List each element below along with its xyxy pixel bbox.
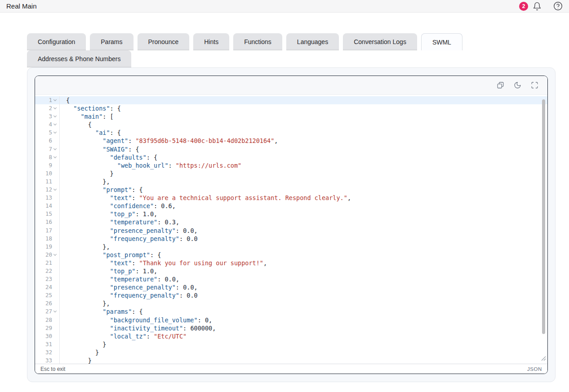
code-line[interactable]: 14 "confidence": 0.6, xyxy=(35,202,547,210)
code-line[interactable]: 32 } xyxy=(35,348,547,356)
esc-hint: Esc to exit xyxy=(40,366,65,372)
code-text: "ai": { xyxy=(60,129,121,137)
code-line[interactable]: 29 "inactivity_timeout": 600000, xyxy=(35,324,547,332)
code-line[interactable]: 8 "defaults": { xyxy=(35,153,547,161)
line-number: 3 xyxy=(35,112,52,120)
code-text: "background_file_volume": 0, xyxy=(60,316,212,324)
line-number: 28 xyxy=(35,316,52,324)
fold-chevron-icon[interactable] xyxy=(53,147,57,150)
tab-strip: ConfigurationParamsPronounceHintsFunctio… xyxy=(27,33,556,67)
code-line[interactable]: 11 }, xyxy=(35,178,547,186)
code-line[interactable]: 3 "main": [ xyxy=(35,112,547,120)
fold-gutter xyxy=(52,96,60,104)
code-line[interactable]: 30 "local_tz": "Etc/UTC" xyxy=(35,332,547,340)
code-line[interactable]: 25 "frequency_penalty": 0.0 xyxy=(35,291,547,299)
code-line[interactable]: 18 "frequency_penalty": 0.0 xyxy=(35,235,547,243)
tab-configuration[interactable]: Configuration xyxy=(27,33,86,50)
page-title: Real Main xyxy=(6,2,37,10)
code-text: "confidence": 0.6, xyxy=(60,202,176,210)
scrollbar-thumb[interactable] xyxy=(542,99,545,334)
code-text: "local_tz": "Etc/UTC" xyxy=(60,332,187,340)
fold-chevron-icon[interactable] xyxy=(53,122,57,125)
fold-gutter xyxy=(52,356,60,364)
tab-addresses-phone-numbers[interactable]: Addresses & Phone Numbers xyxy=(27,50,131,67)
fold-gutter xyxy=(52,120,60,129)
code-line[interactable]: 13 "text": "You are a technical support … xyxy=(35,194,547,202)
tab-swml[interactable]: SWML xyxy=(421,33,462,50)
code-line[interactable]: 31 } xyxy=(35,340,547,348)
code-line[interactable]: 21 "text": "Thank you for using our supp… xyxy=(35,259,547,267)
fold-chevron-icon[interactable] xyxy=(53,130,57,134)
line-number: 16 xyxy=(35,218,52,226)
tab-params[interactable]: Params xyxy=(90,33,133,50)
fold-chevron-icon[interactable] xyxy=(53,98,57,101)
code-text: "text": "You are a technical support ass… xyxy=(60,194,351,202)
code-line[interactable]: 12 "prompt": { xyxy=(35,186,547,194)
code-text: } xyxy=(60,340,106,348)
line-number: 11 xyxy=(35,178,52,186)
fold-chevron-icon[interactable] xyxy=(53,106,57,109)
editor-body[interactable]: 1{2 "sections": {3 "main": [4 {5 "ai": {… xyxy=(35,95,547,364)
fold-gutter xyxy=(52,227,60,235)
fold-gutter xyxy=(52,267,60,275)
fold-chevron-icon[interactable] xyxy=(53,114,57,117)
help-icon[interactable] xyxy=(553,1,563,11)
code-line[interactable]: 15 "top_p": 1.0, xyxy=(35,210,547,218)
dark-mode-button[interactable] xyxy=(514,81,521,89)
code-line[interactable]: 4 { xyxy=(35,120,547,129)
fold-gutter xyxy=(52,348,60,356)
code-line[interactable]: 5 "ai": { xyxy=(35,129,547,137)
code-line[interactable]: 26 }, xyxy=(35,299,547,307)
tab-languages[interactable]: Languages xyxy=(286,33,339,50)
code-line[interactable]: 17 "presence_penalty": 0.0, xyxy=(35,227,547,235)
copy-button[interactable] xyxy=(497,81,504,89)
fold-chevron-icon[interactable] xyxy=(53,253,57,256)
code-line[interactable]: 2 "sections": { xyxy=(35,104,547,112)
line-number: 21 xyxy=(35,259,52,267)
tab-conversation-logs[interactable]: Conversation Logs xyxy=(343,33,417,50)
code-line[interactable]: 6 "agent": "83f95d6b-5148-400c-bb14-4d02… xyxy=(35,137,547,145)
swml-tab-panel: 1{2 "sections": {3 "main": [4 {5 "ai": {… xyxy=(27,67,556,382)
code-text: "text": "Thank you for using our support… xyxy=(60,259,267,267)
code-line[interactable]: 23 "temperature": 0.0, xyxy=(35,275,547,283)
code-line[interactable]: 9 "web_hook_url": "https://urls.com" xyxy=(35,161,547,169)
code-text: } xyxy=(60,348,99,356)
tab-pronounce[interactable]: Pronounce xyxy=(138,33,190,50)
line-number: 33 xyxy=(35,356,52,364)
code-line[interactable]: 7 "SWAIG": { xyxy=(35,145,547,153)
notification-badge[interactable]: 2 xyxy=(519,2,528,11)
code-line[interactable]: 24 "presence_penalty": 0.0, xyxy=(35,283,547,291)
code-text: "post_prompt": { xyxy=(60,251,161,259)
code-text: "presence_penalty": 0.0, xyxy=(60,227,198,235)
fold-gutter xyxy=(52,259,60,267)
fold-chevron-icon[interactable] xyxy=(53,187,57,191)
code-line[interactable]: 22 "top_p": 1.0, xyxy=(35,267,547,275)
tab-functions[interactable]: Functions xyxy=(233,33,282,50)
bell-icon[interactable] xyxy=(533,2,542,11)
fold-gutter xyxy=(52,169,60,178)
code-text: { xyxy=(60,120,92,129)
fold-chevron-icon[interactable] xyxy=(53,309,57,312)
code-line[interactable]: 27 "params": { xyxy=(35,307,547,316)
code-line[interactable]: 28 "background_file_volume": 0, xyxy=(35,316,547,324)
code-text: "temperature": 0.3, xyxy=(60,218,179,226)
fullscreen-button[interactable] xyxy=(531,81,538,89)
line-number: 17 xyxy=(35,227,52,235)
resize-handle[interactable] xyxy=(541,355,546,363)
code-line[interactable]: 33 } xyxy=(35,356,547,364)
code-line[interactable]: 10 } xyxy=(35,169,547,178)
fold-gutter xyxy=(52,194,60,202)
code-text: "SWAIG": { xyxy=(60,145,139,153)
code-text: "frequency_penalty": 0.0 xyxy=(60,235,198,243)
code-text: } xyxy=(60,356,92,364)
fold-gutter xyxy=(52,218,60,226)
code-line[interactable]: 16 "temperature": 0.3, xyxy=(35,218,547,226)
fold-gutter xyxy=(52,161,60,169)
code-line[interactable]: 19 }, xyxy=(35,243,547,251)
code-line[interactable]: 1{ xyxy=(35,96,547,104)
code-text: "presence_penalty": 0.0, xyxy=(60,283,198,291)
fold-gutter xyxy=(52,186,60,194)
code-line[interactable]: 20 "post_prompt": { xyxy=(35,251,547,259)
tab-hints[interactable]: Hints xyxy=(193,33,229,50)
fold-chevron-icon[interactable] xyxy=(53,155,57,158)
